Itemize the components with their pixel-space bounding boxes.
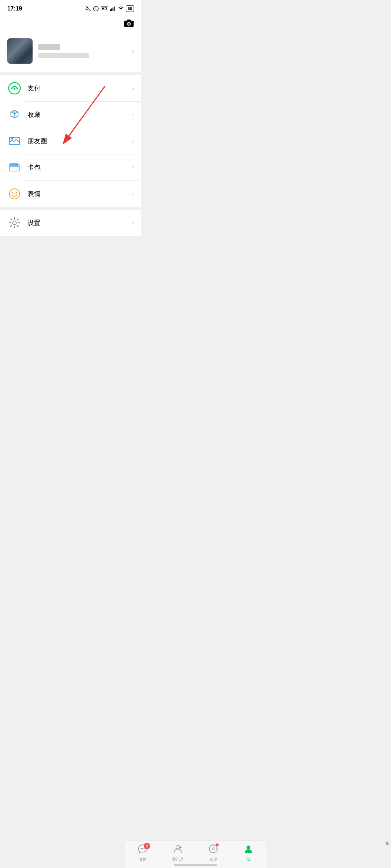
favorites-icon: [8, 108, 21, 121]
emoji-label: 表情: [28, 190, 132, 198]
cards-arrow: ›: [132, 164, 134, 171]
moments-label: 朋友圈: [28, 137, 132, 145]
menu-item-favorites[interactable]: 收藏 ›: [0, 102, 141, 128]
profile-section[interactable]: ›: [0, 33, 141, 72]
moments-arrow: ›: [132, 138, 134, 144]
payment-icon-wrap: [7, 81, 22, 95]
emoji-icon: [8, 187, 21, 200]
menu-section-main: 支付 › 收藏 ›: [0, 75, 141, 207]
svg-rect-4: [112, 8, 113, 11]
cards-icon: [8, 161, 21, 174]
favorites-label: 收藏: [28, 110, 132, 119]
svg-point-15: [11, 139, 13, 140]
settings-arrow: ›: [132, 220, 134, 226]
profile-wechat-id-placeholder: [38, 53, 89, 58]
signal-icon: [110, 6, 116, 12]
svg-point-8: [128, 23, 130, 25]
svg-rect-5: [114, 7, 115, 11]
payment-arrow: ›: [132, 85, 134, 92]
moments-icon: [8, 135, 21, 148]
clock-icon: [93, 6, 99, 12]
menu-item-cards[interactable]: 卡包 ›: [0, 154, 141, 180]
favorites-icon-wrap: [7, 107, 22, 122]
menu-item-payment[interactable]: 支付 ›: [0, 75, 141, 101]
settings-label: 设置: [28, 218, 132, 227]
status-bar: 17:19 HD: [0, 0, 141, 16]
cards-label: 卡包: [28, 163, 132, 172]
menu-item-emoji[interactable]: 表情 ›: [0, 181, 141, 207]
svg-rect-9: [127, 20, 131, 21]
svg-point-22: [13, 221, 16, 225]
divider-thick-1: [0, 72, 141, 75]
avatar: [7, 38, 33, 64]
svg-point-21: [16, 192, 17, 193]
empty-space: [0, 236, 141, 359]
favorites-arrow: ›: [132, 111, 134, 118]
payment-label: 支付: [28, 84, 132, 93]
hd-badge: HD: [101, 7, 108, 11]
settings-icon: [8, 216, 21, 229]
profile-info: [38, 44, 126, 58]
profile-arrow-icon: ›: [132, 47, 134, 55]
header: [0, 16, 141, 33]
camera-icon: [124, 19, 134, 27]
emoji-arrow: ›: [132, 191, 134, 197]
profile-name-placeholder: [38, 44, 60, 50]
emoji-icon-wrap: [7, 187, 22, 201]
divider-thick-2: [0, 207, 141, 210]
mute-icon: [85, 6, 91, 12]
wifi-icon: [118, 6, 124, 11]
main-content: 17:19 HD: [0, 0, 141, 388]
svg-rect-3: [111, 8, 112, 11]
settings-icon-wrap: [7, 216, 22, 230]
camera-button[interactable]: [124, 19, 134, 30]
svg-point-13: [14, 88, 15, 90]
svg-point-20: [12, 192, 13, 193]
payment-icon: [8, 82, 21, 95]
menu-section-settings: 设置 ›: [0, 210, 141, 236]
status-time: 17:19: [7, 5, 22, 12]
menu-item-settings[interactable]: 设置 ›: [0, 210, 141, 236]
svg-rect-2: [110, 9, 111, 11]
cards-icon-wrap: [7, 160, 22, 175]
battery-icon: 68: [126, 5, 134, 12]
status-icons: HD 68: [85, 5, 134, 12]
moments-icon-wrap: [7, 134, 22, 148]
svg-point-19: [9, 189, 20, 199]
menu-item-moments[interactable]: 朋友圈 ›: [0, 128, 141, 154]
